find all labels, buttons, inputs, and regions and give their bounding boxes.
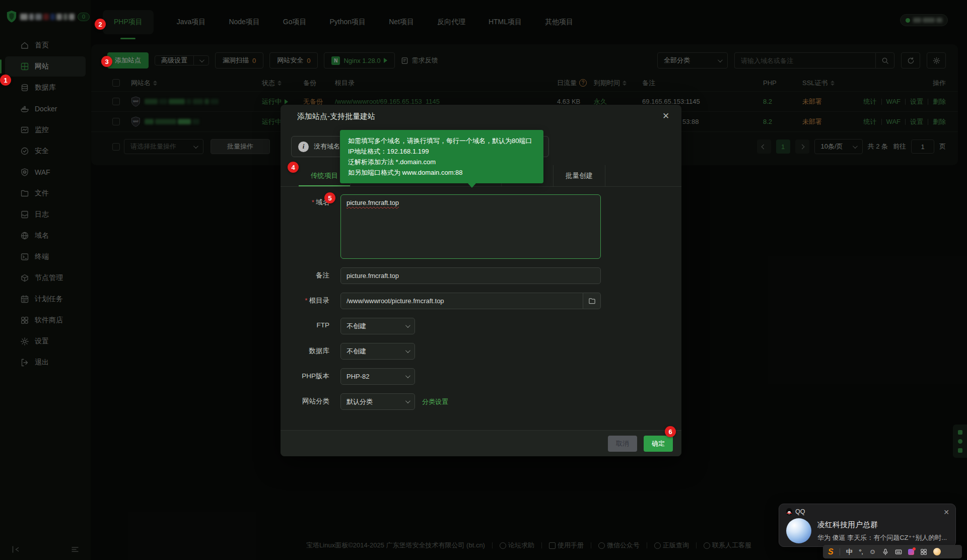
qq-notification[interactable]: QQ ✕ 凌红科技用户总群 华为 傻逼 李天乐：有个问题CZ⁺⁺别人的时... bbox=[779, 504, 956, 547]
note-input[interactable] bbox=[340, 267, 601, 284]
screen: 0 首页 网站 数据库 Docker 监控 bbox=[0, 0, 967, 560]
php-version-select[interactable]: PHP-82 bbox=[340, 368, 415, 385]
modal-footer: 取消 确定 bbox=[281, 430, 681, 456]
category-settings-link[interactable]: 分类设置 bbox=[422, 397, 448, 406]
tooltip-line: 泛解析添加方法 *.domain.com bbox=[348, 157, 535, 167]
modal-title: 添加站点-支持批量建站 bbox=[297, 112, 375, 121]
close-icon[interactable]: ✕ bbox=[660, 111, 671, 122]
modal-tab-batch-create[interactable]: 批量创建 bbox=[554, 165, 605, 186]
step-2-marker: 2 bbox=[95, 19, 106, 30]
punctuation-toggle-icon[interactable]: °‚ bbox=[859, 548, 863, 555]
chevron-down-icon bbox=[405, 323, 410, 328]
chevron-down-icon bbox=[405, 348, 410, 353]
ime-assistant-icon[interactable] bbox=[933, 548, 941, 555]
info-icon: i bbox=[298, 142, 309, 152]
virtual-keyboard-icon[interactable] bbox=[895, 548, 902, 555]
ime-mode-toggle[interactable]: 中 bbox=[846, 547, 853, 556]
domain-textarea[interactable]: picture.fmcraft.top bbox=[340, 194, 601, 259]
close-icon[interactable]: ✕ bbox=[943, 508, 949, 516]
ftp-value: 不创建 bbox=[347, 322, 366, 331]
step-3-marker: 3 bbox=[101, 56, 112, 67]
step-6-marker: 6 bbox=[665, 426, 676, 437]
category-label: 网站分类 bbox=[302, 397, 329, 405]
rootdir-input[interactable] bbox=[340, 293, 583, 309]
add-site-form: *域名 picture.fmcraft.top 备注 *根目录 FTP 不创建 … bbox=[281, 194, 681, 418]
qq-app-name: QQ bbox=[795, 508, 805, 515]
chevron-down-icon bbox=[405, 373, 410, 378]
database-label: 数据库 bbox=[309, 347, 330, 355]
category-value: 默认分类 bbox=[347, 397, 373, 406]
step-1-marker: 1 bbox=[0, 75, 11, 86]
ime-toolbar: S 中 °‚ ☺ bbox=[823, 545, 962, 558]
folder-icon bbox=[588, 297, 596, 305]
database-select[interactable]: 不创建 bbox=[340, 343, 415, 360]
note-label: 备注 bbox=[316, 271, 329, 279]
domain-help-tooltip: 如需填写多个域名，请换行填写，每行一个域名，默认为80端口 IP地址格式：192… bbox=[340, 130, 543, 183]
rootdir-label: 根目录 bbox=[309, 297, 330, 304]
qq-message-preview: 华为 傻逼 李天乐：有个问题CZ⁺⁺别人的时... bbox=[817, 533, 949, 542]
tooltip-line: 如另加端口格式为 www.domain.com:88 bbox=[348, 167, 535, 178]
required-mark: * bbox=[312, 198, 314, 206]
qq-group-title: 凌红科技用户总群 bbox=[817, 520, 878, 530]
step-4-marker: 4 bbox=[288, 162, 299, 173]
add-site-modal: 添加站点-支持批量建站 ✕ i 没有域名 >>去注册 传统项目 一键部署 批量创… bbox=[281, 105, 681, 456]
domain-value: picture.fmcraft.top bbox=[347, 199, 399, 206]
tooltip-line: IP地址格式：192.168.1.199 bbox=[348, 146, 535, 157]
step-5-marker: 5 bbox=[324, 192, 335, 203]
required-mark: * bbox=[305, 297, 307, 304]
voice-input-icon[interactable] bbox=[882, 548, 889, 555]
modal-header: 添加站点-支持批量建站 bbox=[281, 105, 681, 128]
ftp-label: FTP bbox=[317, 321, 330, 329]
ftp-select[interactable]: 不创建 bbox=[340, 318, 415, 334]
php-version-label: PHP版本 bbox=[302, 372, 329, 380]
qq-penguin-icon bbox=[786, 508, 792, 515]
cancel-button[interactable]: 取消 bbox=[608, 436, 637, 452]
emoticon-icon[interactable]: ☺ bbox=[869, 548, 876, 555]
tooltip-line: 如需填写多个域名，请换行填写，每行一个域名，默认为80端口 bbox=[348, 135, 535, 146]
qq-group-avatar bbox=[786, 518, 811, 543]
sogou-logo-icon[interactable]: S bbox=[828, 547, 834, 556]
php-version-value: PHP-82 bbox=[347, 373, 370, 380]
confirm-button[interactable]: 确定 bbox=[644, 436, 673, 452]
ime-menu-grid-icon[interactable] bbox=[920, 548, 927, 555]
browse-folder-button[interactable] bbox=[583, 293, 601, 309]
database-value: 不创建 bbox=[347, 347, 366, 356]
banner-text: 没有域名 bbox=[314, 142, 340, 151]
category-select[interactable]: 默认分类 bbox=[340, 393, 415, 410]
ime-skin-icon[interactable] bbox=[908, 549, 914, 555]
chevron-down-icon bbox=[405, 398, 410, 403]
